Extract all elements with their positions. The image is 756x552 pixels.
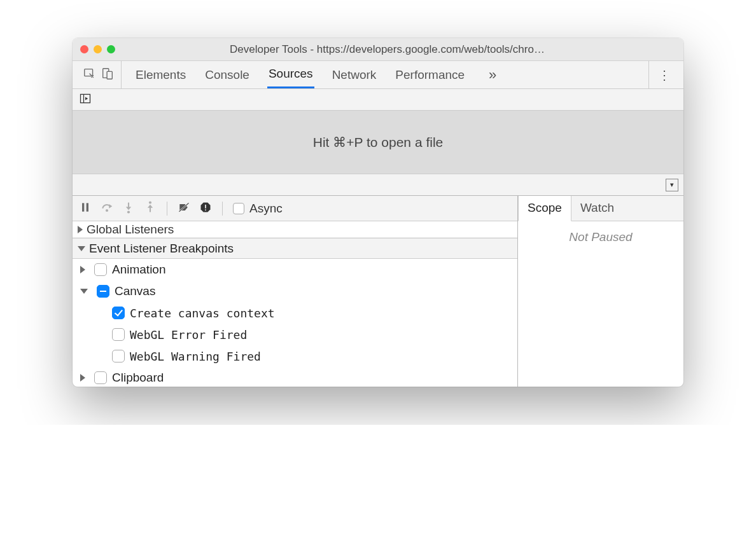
pause-exceptions-icon[interactable] bbox=[199, 201, 212, 216]
collapse-drawer-icon[interactable]: ▾ bbox=[666, 179, 678, 191]
debugger-toolbar: Async bbox=[73, 196, 517, 221]
svg-marker-5 bbox=[85, 97, 88, 100]
tab-scope[interactable]: Scope bbox=[518, 196, 571, 221]
deactivate-breakpoints-icon[interactable] bbox=[178, 201, 190, 216]
webgl-warning-checkbox[interactable] bbox=[112, 350, 125, 362]
kebab-menu-icon[interactable]: ⋮ bbox=[648, 61, 680, 88]
svg-marker-11 bbox=[126, 207, 131, 210]
expand-icon bbox=[80, 266, 85, 273]
collapse-icon bbox=[80, 289, 88, 294]
expand-icon bbox=[80, 374, 85, 382]
step-over-icon[interactable] bbox=[101, 201, 113, 216]
canvas-checkbox[interactable] bbox=[97, 285, 109, 298]
svg-marker-14 bbox=[148, 204, 153, 207]
category-canvas[interactable]: Canvas bbox=[73, 280, 517, 302]
step-out-icon[interactable] bbox=[144, 201, 157, 216]
svg-rect-6 bbox=[82, 203, 84, 211]
debugger-left-pane: Async Global Listeners Event Listener Br… bbox=[73, 196, 518, 387]
devtools-window: Developer Tools - https://developers.goo… bbox=[73, 38, 683, 387]
section-global-listeners[interactable]: Global Listeners bbox=[73, 221, 517, 238]
webgl-error-checkbox[interactable] bbox=[112, 328, 125, 341]
section-event-listener-breakpoints[interactable]: Event Listener Breakpoints bbox=[73, 238, 517, 259]
async-checkbox[interactable] bbox=[233, 203, 244, 214]
async-label: Async bbox=[249, 202, 283, 216]
not-paused-label: Not Paused bbox=[569, 230, 632, 244]
maximize-window-button[interactable] bbox=[107, 45, 115, 53]
pause-icon[interactable] bbox=[79, 201, 92, 216]
svg-rect-7 bbox=[87, 203, 88, 211]
tab-console[interactable]: Console bbox=[204, 62, 251, 88]
collapse-icon bbox=[78, 246, 85, 251]
expand-icon bbox=[78, 226, 83, 233]
breakpoint-create-canvas-context[interactable]: Create canvas context bbox=[73, 302, 517, 324]
right-tabs: Scope Watch bbox=[518, 196, 683, 221]
titlebar: Developer Tools - https://developers.goo… bbox=[73, 38, 683, 61]
hint-footer: ▾ bbox=[73, 174, 683, 196]
tab-elements[interactable]: Elements bbox=[134, 62, 187, 88]
svg-rect-2 bbox=[107, 71, 112, 79]
minimize-window-button[interactable] bbox=[94, 45, 102, 53]
hint-text: Hit ⌘+P to open a file bbox=[313, 135, 443, 150]
device-toggle-icon[interactable] bbox=[101, 67, 115, 83]
debugger-right-pane: Scope Watch Not Paused bbox=[518, 196, 683, 387]
tab-watch[interactable]: Watch bbox=[571, 196, 623, 221]
breakpoint-webgl-error[interactable]: WebGL Error Fired bbox=[73, 324, 517, 345]
svg-rect-19 bbox=[205, 204, 206, 208]
animation-checkbox[interactable] bbox=[94, 263, 107, 276]
svg-point-8 bbox=[106, 209, 108, 211]
window-title: Developer Tools - https://developers.goo… bbox=[124, 43, 676, 56]
inspect-icon[interactable] bbox=[83, 67, 97, 83]
svg-point-15 bbox=[149, 201, 151, 204]
category-clipboard[interactable]: Clipboard bbox=[73, 367, 517, 387]
create-canvas-checkbox[interactable] bbox=[112, 307, 125, 319]
tab-performance[interactable]: Performance bbox=[394, 62, 466, 88]
clipboard-checkbox[interactable] bbox=[94, 371, 107, 384]
step-into-icon[interactable] bbox=[122, 201, 135, 216]
traffic-lights bbox=[80, 45, 115, 53]
open-file-hint: Hit ⌘+P to open a file bbox=[73, 111, 683, 174]
tab-sources[interactable]: Sources bbox=[267, 61, 314, 88]
async-toggle[interactable]: Async bbox=[233, 202, 283, 216]
debugger-split: Async Global Listeners Event Listener Br… bbox=[73, 196, 683, 387]
breakpoints-tree: Global Listeners Event Listener Breakpoi… bbox=[73, 221, 517, 387]
svg-rect-20 bbox=[205, 209, 206, 210]
panel-tabbar: Elements Console Sources Network Perform… bbox=[73, 61, 683, 89]
category-animation[interactable]: Animation bbox=[73, 259, 517, 280]
more-tabs-button[interactable]: » bbox=[482, 67, 503, 83]
tab-network[interactable]: Network bbox=[331, 62, 378, 88]
breakpoint-webgl-warning[interactable]: WebGL Warning Fired bbox=[73, 345, 517, 367]
sources-subbar bbox=[73, 89, 683, 111]
close-window-button[interactable] bbox=[80, 45, 88, 53]
show-navigator-icon[interactable] bbox=[79, 92, 92, 107]
svg-marker-9 bbox=[109, 204, 112, 209]
svg-point-12 bbox=[127, 210, 130, 213]
